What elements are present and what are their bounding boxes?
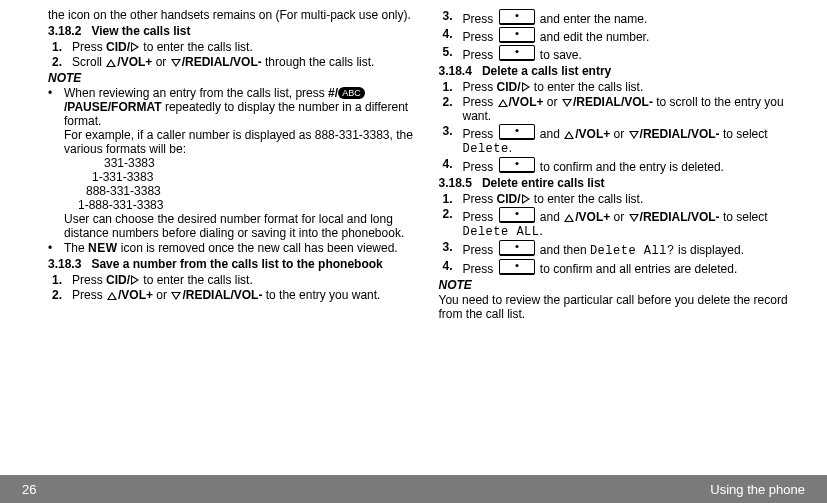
format-3: 888-331-3383 [64,184,415,198]
step-text: Press /VOL+ or /REDIAL/VOL- to the entry… [72,288,380,302]
softkey-icon [499,259,535,275]
step-3-18-4-3: 3. Press and /VOL+ or /REDIAL/VOL- to se… [443,124,806,156]
step-number: 2. [443,207,457,239]
bullet-text: The NEW icon is removed once the new cal… [64,241,398,255]
step-number: 3. [443,124,457,156]
softkey-icon [499,9,535,25]
bullet-dot: • [48,241,58,255]
fragment-continuation: the icon on the other handsets remains o… [48,8,415,22]
step-text: Scroll /VOL+ or /REDIAL/VOL- through the… [72,55,374,69]
down-arrow-icon [562,99,572,107]
step-3-18-3-3: 3. Press and enter the name. [443,9,806,26]
softkey-icon [499,157,535,173]
note-label: NOTE [439,278,806,292]
note-body: You need to review the particular call b… [439,293,806,321]
heading-number: 3.18.4 [439,64,472,78]
step-3-18-5-4: 4. Press to confirm and all entries are … [443,259,806,276]
up-arrow-icon [498,99,508,107]
heading-number: 3.18.5 [439,176,472,190]
softkey-icon [499,207,535,223]
heading-title: Delete a calls list entry [482,64,611,78]
down-arrow-icon [171,292,181,300]
step-3-18-4-4: 4. Press to confirm and the entry is del… [443,157,806,174]
step-number: 4. [443,259,457,276]
heading-3-18-5: 3.18.5 Delete entire calls list [439,176,806,190]
step-3-18-3-2: 2. Press /VOL+ or /REDIAL/VOL- to the en… [52,288,415,302]
new-icon: NEW [88,241,118,255]
step-text: Press to confirm and all entries are del… [463,259,738,276]
right-column: 3. Press and enter the name. 4. Press an… [439,8,806,470]
up-arrow-icon [564,131,574,139]
softkey-icon [499,124,535,140]
step-3-18-4-1: 1. Press CID/ to enter the calls list. [443,80,806,94]
heading-title: Save a number from the calls list to the… [91,257,382,271]
note-label: NOTE [48,71,415,85]
softkey-icon [499,45,535,61]
step-3-18-5-2: 2. Press and /VOL+ or /REDIAL/VOL- to se… [443,207,806,239]
step-number: 4. [443,27,457,44]
step-3-18-5-1: 1. Press CID/ to enter the calls list. [443,192,806,206]
page-number: 26 [22,482,36,497]
heading-3-18-2: 3.18.2 View the calls list [48,24,415,38]
step-number: 3. [443,240,457,258]
heading-title: View the calls list [91,24,190,38]
note-bullet-2: • The NEW icon is removed once the new c… [48,241,415,255]
softkey-icon [499,240,535,256]
step-3-18-5-3: 3. Press and then Delete All? is display… [443,240,806,258]
down-arrow-icon [171,59,181,67]
heading-3-18-4: 3.18.4 Delete a calls list entry [439,64,806,78]
right-arrow-icon [522,82,530,92]
step-text: Press and /VOL+ or /REDIAL/VOL- to selec… [463,207,806,239]
step-3-18-2-2: 2. Scroll /VOL+ or /REDIAL/VOL- through … [52,55,415,69]
step-number: 5. [443,45,457,62]
step-text: Press to confirm and the entry is delete… [463,157,724,174]
right-arrow-icon [522,194,530,204]
format-2: 1-331-3383 [64,170,415,184]
heading-title: Delete entire calls list [482,176,605,190]
abc-icon: ABC [338,87,365,99]
step-3-18-4-2: 2. Press /VOL+ or /REDIAL/VOL- to scroll… [443,95,806,123]
step-number: 1. [52,273,66,287]
right-arrow-icon [131,42,139,52]
format-1: 331-3383 [64,156,415,170]
bullet-dot: • [48,86,58,240]
step-number: 1. [52,40,66,54]
heading-3-18-3: 3.18.3 Save a number from the calls list… [48,257,415,271]
heading-number: 3.18.2 [48,24,81,38]
step-number: 4. [443,157,457,174]
step-3-18-3-1: 1. Press CID/ to enter the calls list. [52,273,415,287]
up-arrow-icon [564,214,574,222]
bullet-text: When reviewing an entry from the calls l… [64,86,415,240]
step-text: Press and then Delete All? is displayed. [463,240,745,258]
step-text: Press and edit the number. [463,27,650,44]
step-text: Press to save. [463,45,582,62]
right-arrow-icon [131,275,139,285]
up-arrow-icon [106,59,116,67]
step-number: 2. [52,288,66,302]
step-text: Press CID/ to enter the calls list. [463,192,644,206]
heading-number: 3.18.3 [48,257,81,271]
step-3-18-2-1: 1. Press CID/ to enter the calls list. [52,40,415,54]
step-text: Press and enter the name. [463,9,648,26]
step-text: Press CID/ to enter the calls list. [72,40,253,54]
step-text: Press and /VOL+ or /REDIAL/VOL- to selec… [463,124,806,156]
down-arrow-icon [629,131,639,139]
step-number: 1. [443,80,457,94]
left-column: the icon on the other handsets remains o… [48,8,415,470]
softkey-icon [499,27,535,43]
step-number: 2. [52,55,66,69]
format-4: 1-888-331-3383 [64,198,415,212]
step-text: Press CID/ to enter the calls list. [463,80,644,94]
step-text: Press CID/ to enter the calls list. [72,273,253,287]
down-arrow-icon [629,214,639,222]
step-text: Press /VOL+ or /REDIAL/VOL- to scroll to… [463,95,806,123]
step-3-18-3-4: 4. Press and edit the number. [443,27,806,44]
step-3-18-3-5: 5. Press to save. [443,45,806,62]
step-number: 3. [443,9,457,26]
footer-title: Using the phone [710,482,805,497]
footer-bar: 26 Using the phone [0,475,827,503]
up-arrow-icon [107,292,117,300]
step-number: 1. [443,192,457,206]
note-bullet-1: • When reviewing an entry from the calls… [48,86,415,240]
step-number: 2. [443,95,457,123]
